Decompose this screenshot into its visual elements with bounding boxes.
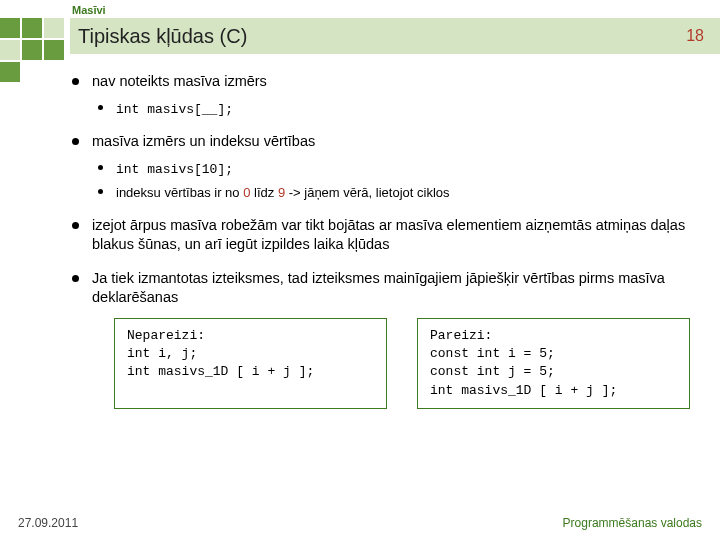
sub-item: int masivs[10]; [92,160,690,179]
decor-square [0,62,20,82]
decor-square [22,40,42,60]
sub-text: indeksu vērtības ir no [116,185,243,200]
bullet-text: Ja tiek izmantotas izteiksmes, tad iztei… [92,270,665,306]
code-examples: Nepareizi: int i, j; int masivs_1D [ i +… [114,318,690,409]
sub-text: līdz [250,185,277,200]
bullet-list: nav noteikts masīva izmērs int masivs[__… [70,72,690,409]
bullet-text: nav noteikts masīva izmērs [92,73,267,89]
code-wrong: Nepareizi: int i, j; int masivs_1D [ i +… [114,318,387,409]
section-overline: Masīvi [70,4,720,16]
footer-date: 27.09.2011 [18,516,78,530]
footer-course: Programmēšanas valodas [563,516,702,530]
sub-item: int masivs[__]; [92,100,690,119]
bullet-item: Ja tiek izmantotas izteiksmes, tad iztei… [70,269,690,409]
sub-item: indeksu vērtības ir no 0 līdz 9 -> jāņem… [92,184,690,202]
decor-square [44,18,64,38]
bullet-item: nav noteikts masīva izmērs int masivs[__… [70,72,690,118]
corner-decoration [0,18,64,82]
slide-number: 18 [686,27,704,45]
code-snippet: int masivs[10]; [116,162,233,177]
bullet-text: izejot ārpus masīva robežām var tikt boj… [92,217,685,253]
slide-title: Tipiskas kļūdas (C) [78,25,247,48]
bullet-item: masīva izmērs un indeksu vērtības int ma… [70,132,690,202]
footer: 27.09.2011 Programmēšanas valodas [0,516,720,530]
code-right: Pareizi: const int i = 5; const int j = … [417,318,690,409]
bullet-item: izejot ārpus masīva robežām var tikt boj… [70,216,690,255]
content-area: nav noteikts masīva izmērs int masivs[__… [0,54,720,409]
decor-square [44,40,64,60]
decor-square [22,18,42,38]
code-snippet: int masivs[__]; [116,102,233,117]
decor-square [0,40,20,60]
header: Masīvi Tipiskas kļūdas (C) 18 [70,0,720,54]
bullet-text: masīva izmērs un indeksu vērtības [92,133,315,149]
sub-text: -> jāņem vērā, lietojot ciklos [285,185,449,200]
sub-list: int masivs[10]; indeksu vērtības ir no 0… [92,160,690,202]
title-bar: Tipiskas kļūdas (C) 18 [70,18,720,54]
decor-square [0,18,20,38]
sub-list: int masivs[__]; [92,100,690,119]
